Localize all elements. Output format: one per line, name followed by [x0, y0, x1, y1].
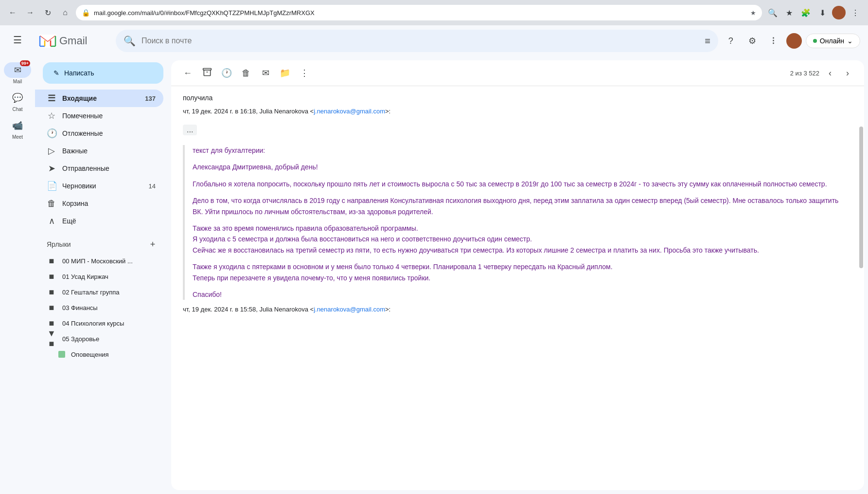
nav-item-more[interactable]: ∧ Ещё	[35, 212, 163, 230]
add-label-button[interactable]: +	[146, 238, 159, 251]
important-label: Важные	[62, 147, 156, 155]
mark-unread-button[interactable]: ✉	[257, 64, 274, 82]
nav-item-important[interactable]: ▷ Важные	[35, 142, 163, 160]
quoted-block: текст для бухгалтерии: Александра Дмитри…	[183, 145, 846, 300]
received-header: получила	[183, 94, 846, 102]
nav-item-sent[interactable]: ➤ Отправленные	[35, 160, 163, 177]
nav-item-starred[interactable]: ☆ Помеченные	[35, 107, 163, 125]
thanks-text: Спасибо!	[193, 289, 846, 300]
search-browser-button[interactable]: 🔍	[766, 6, 779, 19]
archive-icon	[202, 67, 212, 79]
online-label: Онлайн	[820, 37, 844, 45]
help-button[interactable]: ?	[722, 32, 740, 50]
label-dot-mint	[58, 351, 65, 358]
delete-button[interactable]: 🗑	[237, 64, 255, 82]
snooze-button[interactable]: 🕐	[218, 64, 235, 82]
label-item-notifications[interactable]: Оповещения	[35, 347, 163, 362]
next-email-button[interactable]: ›	[839, 64, 856, 82]
email-toolbar: ← 🕐 🗑	[171, 60, 864, 86]
url-text: mail.google.com/mail/u/0/#inbox/FMfcgzQX…	[94, 9, 746, 17]
label-folder-icon-psych: ■	[47, 318, 56, 329]
scrollbar-thumb[interactable]	[859, 127, 863, 268]
extensions-button[interactable]: 🧩	[799, 6, 813, 19]
ellipsis-icon: ...	[187, 126, 193, 134]
bookmark-button[interactable]: ★	[782, 6, 796, 19]
email-body[interactable]: получила чт, 19 дек. 2024 г. в 16:18, Ju…	[171, 86, 857, 490]
profile-avatar[interactable]	[786, 33, 802, 49]
chevron-down-icon: ⌄	[847, 37, 853, 45]
sidebar-item-meet[interactable]: 📹 Meet	[0, 116, 35, 142]
compose-button[interactable]: ✎ Написать	[43, 62, 163, 84]
trash-icon: 🗑	[47, 199, 56, 209]
browser-profile-avatar[interactable]	[832, 6, 846, 19]
paragraph-4: Также я уходила с пятерками в основном и…	[193, 261, 846, 283]
email-view: ← 🕐 🗑	[171, 60, 864, 490]
download-button[interactable]: ⬇	[815, 6, 829, 19]
reload-button[interactable]: ↻	[41, 6, 54, 19]
email-view-container: получила чт, 19 дек. 2024 г. в 16:18, Ju…	[171, 86, 864, 490]
envelope-icon: ✉	[262, 68, 269, 78]
back-arrow-icon: ←	[183, 68, 192, 78]
label-folder-icon-finance: ■	[47, 303, 56, 313]
prev-email-button[interactable]: ‹	[821, 64, 839, 82]
label-item-finance[interactable]: ■ 03 Финансы	[35, 300, 163, 315]
label-folder-icon-gestalt: ■	[47, 287, 56, 297]
label-text-finance: 03 Финансы	[62, 304, 98, 311]
snoozed-label: Отложенные	[62, 129, 156, 137]
label-item-health[interactable]: ▼ ■ 05 Здоровье	[35, 331, 163, 347]
received-text-partial: получила	[183, 94, 213, 102]
gmail-logo: Gmail	[39, 35, 112, 48]
search-bar[interactable]: 🔍 ≡	[116, 30, 718, 52]
snoozed-icon: 🕐	[47, 128, 56, 139]
sender-info-line: чт, 19 дек. 2024 г. в 16:18, Julia Nenar…	[183, 108, 846, 115]
settings-button[interactable]: ⚙	[744, 32, 761, 50]
sidebar-item-mail[interactable]: ✉ 99+ Mail	[0, 60, 35, 86]
forward-button[interactable]: →	[23, 6, 37, 19]
hamburger-icon: ☰	[13, 34, 22, 46]
second-sender-email-link[interactable]: j.nenarokova@gmail.com	[314, 306, 385, 313]
chat-icon: 💬	[12, 92, 23, 103]
more-actions-button[interactable]: ⋮	[296, 64, 313, 82]
label-item-mip[interactable]: ■ 00 МИП - Московский ...	[35, 253, 163, 269]
browser-chrome: ← → ↻ ⌂ 🔒 mail.google.com/mail/u/0/#inbo…	[0, 0, 868, 25]
pencil-icon: ✎	[53, 69, 59, 77]
address-bar[interactable]: 🔒 mail.google.com/mail/u/0/#inbox/FMfcgz…	[76, 5, 762, 20]
online-dot	[813, 39, 817, 43]
expand-quote-button[interactable]: ...	[183, 125, 197, 135]
trash-icon: 🗑	[242, 68, 250, 78]
archive-button[interactable]	[198, 64, 216, 82]
paragraph-2: Дело в том, что когда отчислялась в 2019…	[193, 195, 846, 217]
compose-label: Написать	[64, 69, 94, 77]
browser-more-button[interactable]: ⋮	[849, 6, 862, 19]
paragraph-1: Глобально я хотела попросить, поскольку …	[193, 179, 846, 189]
sender-email-link[interactable]: j.nenarokova@gmail.com	[314, 108, 385, 115]
nav-item-drafts[interactable]: 📄 Черновики 14	[35, 177, 163, 195]
second-date-text: чт, 19 дек. 2024 г. в 15:58, Julia Nenar…	[183, 306, 314, 313]
move-button[interactable]: 📁	[276, 64, 294, 82]
search-filter-button[interactable]: ≡	[705, 36, 710, 47]
paragraph-3: Также за это время поменялись правила об…	[193, 223, 846, 256]
back-to-list-button[interactable]: ←	[179, 64, 196, 82]
date-sender-text: чт, 19 дек. 2024 г. в 16:18, Julia Nenar…	[183, 108, 314, 115]
apps-button[interactable]: ⁝	[765, 32, 782, 50]
label-item-usad[interactable]: ■ 01 Усад Киржач	[35, 269, 163, 284]
sidebar-item-chat[interactable]: 💬 Chat	[0, 88, 35, 114]
gmail-app: ☰ Gmail 🔍 ≡ ? ⚙ ⁝	[0, 25, 868, 494]
home-button[interactable]: ⌂	[58, 6, 72, 19]
inbox-count: 137	[145, 95, 156, 102]
back-button[interactable]: ←	[6, 6, 19, 19]
nav-item-snoozed[interactable]: 🕐 Отложенные	[35, 125, 163, 142]
label-text-health: 05 Здоровье	[62, 335, 99, 343]
security-icon: 🔒	[82, 9, 90, 17]
second-sender-info-line: чт, 19 дек. 2024 г. в 15:58, Julia Nenar…	[183, 306, 846, 313]
mail-label: Mail	[13, 79, 22, 84]
next-icon: ›	[846, 68, 849, 78]
drafts-icon: 📄	[47, 181, 56, 191]
nav-item-inbox[interactable]: ☰ Входящие 137	[35, 90, 163, 107]
online-status-button[interactable]: Онлайн ⌄	[806, 34, 860, 48]
nav-item-trash[interactable]: 🗑 Корзина	[35, 195, 163, 212]
label-item-gestalt[interactable]: ■ 02 Гештальт группа	[35, 284, 163, 300]
hamburger-menu-button[interactable]: ☰	[6, 28, 29, 52]
search-input[interactable]	[142, 37, 699, 45]
sent-icon: ➤	[47, 163, 56, 174]
